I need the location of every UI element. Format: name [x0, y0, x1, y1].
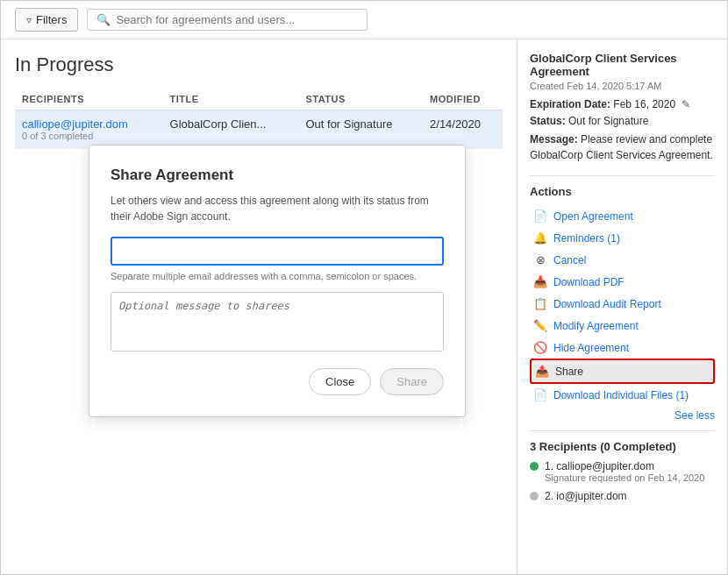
recipient-entry: 2. io@jupiter.dom — [530, 490, 715, 502]
filter-icon: ▿ — [26, 14, 32, 26]
recipient-entry: 1. calliope@jupiter.dom Signature reques… — [530, 460, 715, 483]
actions-title: Actions — [530, 185, 715, 198]
download-pdf-icon: 📥 — [533, 275, 547, 288]
agreement-title: GlobalCorp Client Services Agreement — [530, 52, 715, 78]
edit-expiration-icon[interactable]: ✎ — [682, 98, 690, 110]
modify-agreement-label: Modify Agreement — [553, 320, 639, 332]
action-download-files[interactable]: 📄Download Individual Files (1) — [530, 384, 715, 406]
download-audit-label: Download Audit Report — [553, 298, 661, 310]
hide-agreement-icon: 🚫 — [533, 341, 547, 354]
recipients-title: 3 Recipients (0 Completed) — [530, 440, 715, 453]
expiration-label: Expiration Date: — [530, 98, 610, 110]
row-title: GlobalCorp Clien... — [163, 110, 299, 149]
download-files-icon: 📄 — [533, 388, 547, 401]
left-panel: In Progress RECIPIENTS TITLE STATUS MODI… — [1, 39, 517, 574]
open-agreement-label: Open Agreement — [553, 210, 633, 223]
modify-agreement-icon: ✏️ — [533, 319, 547, 332]
share-button[interactable]: Share — [380, 368, 444, 395]
recipients-section: 3 Recipients (0 Completed) 1. calliope@j… — [530, 440, 715, 502]
action-share-action[interactable]: 📤Share — [530, 358, 715, 384]
message-label: Message: — [530, 133, 578, 146]
actions-list: 📄Open Agreement🔔Reminders (1)⊗Cancel📥Dow… — [530, 205, 715, 406]
recipient-dot — [530, 492, 539, 500]
filter-label: Filters — [36, 13, 67, 26]
recipient-name: 2. io@jupiter.dom — [545, 490, 627, 502]
search-input[interactable] — [116, 13, 358, 26]
close-button[interactable]: Close — [309, 368, 371, 395]
modal-title: Share Agreement — [111, 167, 444, 184]
download-audit-icon: 📋 — [533, 297, 547, 310]
share-agreement-modal: Share Agreement Let others view and acce… — [89, 145, 466, 417]
recipient-sub: 0 of 3 completed — [22, 131, 156, 141]
action-open-agreement[interactable]: 📄Open Agreement — [530, 205, 715, 227]
action-download-pdf[interactable]: 📥Download PDF — [530, 271, 715, 293]
page-title: In Progress — [15, 53, 503, 76]
col-title: TITLE — [163, 89, 299, 110]
filter-button[interactable]: ▿ Filters — [15, 8, 78, 32]
reminders-label: Reminders (1) — [553, 232, 620, 245]
action-download-audit[interactable]: 📋Download Audit Report — [530, 293, 715, 315]
expiration-value: Feb 16, 2020 — [613, 98, 675, 110]
open-agreement-icon: 📄 — [533, 209, 547, 223]
created-date: Created Feb 14, 2020 5:17 AM — [530, 81, 715, 91]
modal-description: Let others view and access this agreemen… — [111, 193, 444, 224]
recipient-name: 1. calliope@jupiter.dom — [545, 460, 704, 472]
row-modified: 2/14/2020 — [423, 110, 503, 149]
message-textarea[interactable] — [111, 292, 444, 351]
cancel-action-icon: ⊗ — [533, 253, 547, 266]
status-row: Status: Out for Signature — [530, 115, 715, 127]
table-row[interactable]: calliope@jupiter.dom 0 of 3 completed Gl… — [15, 110, 503, 149]
status-value: Out for Signature — [568, 115, 648, 127]
col-status: STATUS — [298, 89, 423, 110]
recipient-sub-info: Signature requested on Feb 14, 2020 — [545, 472, 704, 483]
recipient-email: calliope@jupiter.dom — [22, 117, 156, 131]
modal-footer: Close Share — [111, 368, 444, 395]
share-action-label: Share — [555, 366, 583, 378]
recipients-list: 1. calliope@jupiter.dom Signature reques… — [530, 460, 715, 502]
col-recipients: RECIPIENTS — [15, 89, 163, 110]
share-action-icon: 📤 — [535, 365, 549, 378]
col-modified: MODIFIED — [423, 89, 503, 110]
main-content: In Progress RECIPIENTS TITLE STATUS MODI… — [1, 39, 727, 574]
reminders-icon: 🔔 — [533, 231, 547, 245]
recipient-dot — [530, 462, 539, 471]
download-files-label: Download Individual Files (1) — [553, 389, 689, 401]
table-header-row: RECIPIENTS TITLE STATUS MODIFIED — [15, 89, 503, 110]
search-box: 🔍 — [87, 9, 368, 31]
toolbar: ▿ Filters 🔍 — [1, 1, 727, 39]
agreements-table: RECIPIENTS TITLE STATUS MODIFIED calliop… — [15, 89, 503, 149]
action-modify-agreement[interactable]: ✏️Modify Agreement — [530, 315, 715, 337]
download-pdf-label: Download PDF — [553, 276, 625, 288]
right-panel: GlobalCorp Client Services Agreement Cre… — [517, 39, 727, 574]
email-hint: Separate multiple email addresses with a… — [111, 271, 444, 281]
cancel-action-label: Cancel — [553, 254, 586, 266]
action-reminders[interactable]: 🔔Reminders (1) — [530, 227, 715, 249]
expiration-row: Expiration Date: Feb 16, 2020 ✎ — [530, 98, 715, 110]
divider-2 — [530, 430, 715, 431]
action-hide-agreement[interactable]: 🚫Hide Agreement — [530, 337, 715, 358]
hide-agreement-label: Hide Agreement — [553, 342, 629, 354]
see-less-link[interactable]: See less — [530, 409, 715, 422]
action-cancel-action[interactable]: ⊗Cancel — [530, 249, 715, 271]
email-input[interactable] — [111, 237, 444, 266]
divider-1 — [530, 175, 715, 176]
row-status: Out for Signature — [298, 110, 423, 149]
status-label: Status: — [530, 115, 566, 127]
message-row: Message: Please review and complete Glob… — [530, 131, 715, 163]
search-icon: 🔍 — [96, 13, 111, 26]
